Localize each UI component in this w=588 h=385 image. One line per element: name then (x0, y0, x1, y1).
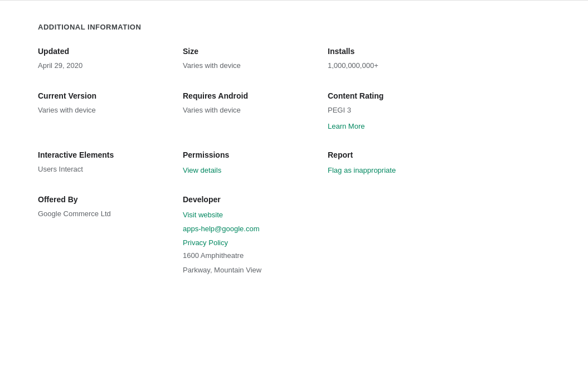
view-details-link[interactable]: View details (183, 166, 328, 174)
info-grid: Updated April 29, 2020 Size Varies with … (38, 47, 550, 276)
current-version-value: Varies with device (38, 105, 183, 116)
content-rating-cell: Content Rating PEGI 3 Learn More (328, 91, 550, 131)
developer-label: Developer (183, 195, 328, 204)
address-line1: 1600 Amphitheatre (183, 250, 328, 262)
size-value: Varies with device (183, 60, 328, 71)
privacy-policy-link[interactable]: Privacy Policy (183, 238, 328, 247)
developer-cell: Developer Visit website apps-help@google… (183, 195, 328, 277)
size-cell: Size Varies with device (183, 47, 328, 71)
interactive-elements-label: Interactive Elements (38, 150, 183, 159)
flag-inappropriate-link[interactable]: Flag as inappropriate (328, 166, 550, 174)
offered-by-value: Google Commerce Ltd (38, 208, 183, 220)
offered-by-label: Offered By (38, 195, 183, 204)
learn-more-link[interactable]: Learn More (328, 122, 550, 130)
installs-label: Installs (328, 47, 550, 56)
address-line2: Parkway, Mountain View (183, 265, 328, 276)
report-label: Report (328, 150, 550, 159)
content-rating-label: Content Rating (328, 91, 550, 100)
current-version-label: Current Version (38, 91, 183, 100)
requires-android-label: Requires Android (183, 91, 328, 100)
additional-info-section: ADDITIONAL INFORMATION Updated April 29,… (0, 1, 588, 299)
updated-label: Updated (38, 47, 183, 56)
offered-by-cell: Offered By Google Commerce Ltd (38, 195, 183, 277)
installs-value: 1,000,000,000+ (328, 60, 550, 71)
empty-cell (328, 195, 550, 277)
requires-android-value: Varies with device (183, 105, 328, 116)
updated-value: April 29, 2020 (38, 60, 183, 71)
interactive-elements-cell: Interactive Elements Users Interact (38, 150, 183, 175)
requires-android-cell: Requires Android Varies with device (183, 91, 328, 131)
permissions-cell: Permissions View details (183, 150, 328, 175)
permissions-label: Permissions (183, 150, 328, 159)
installs-cell: Installs 1,000,000,000+ (328, 47, 550, 71)
visit-website-link[interactable]: Visit website (183, 211, 328, 219)
email-link[interactable]: apps-help@google.com (183, 225, 328, 233)
section-title: ADDITIONAL INFORMATION (38, 23, 550, 31)
report-cell: Report Flag as inappropriate (328, 150, 550, 175)
interactive-elements-value: Users Interact (38, 164, 183, 175)
current-version-cell: Current Version Varies with device (38, 91, 183, 131)
updated-cell: Updated April 29, 2020 (38, 47, 183, 71)
size-label: Size (183, 47, 328, 56)
content-rating-value: PEGI 3 (328, 105, 550, 116)
